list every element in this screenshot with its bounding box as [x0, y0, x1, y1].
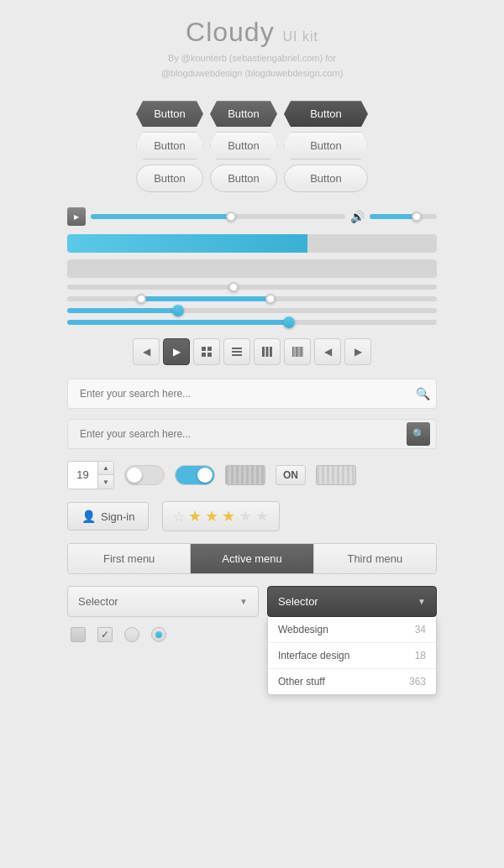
dropdown-count-1: 34 — [415, 624, 426, 635]
toggle-knob-1 — [127, 468, 142, 483]
signin-button[interactable]: 👤 Sign-in — [67, 502, 149, 531]
button-dark-2[interactable]: Button — [210, 101, 277, 127]
prev-track-button[interactable]: ◀ — [314, 338, 341, 365]
dropdown-item-label-3: Other stuff — [278, 676, 325, 688]
button-dark-3[interactable]: Button — [284, 101, 368, 127]
signin-label: Sign-in — [101, 510, 134, 523]
button-dark-1[interactable]: Button — [136, 101, 203, 127]
slider-blue-right[interactable] — [67, 320, 437, 325]
slider-center[interactable] — [67, 285, 437, 290]
dropdown-item-1[interactable]: Webdesign 34 — [268, 617, 436, 643]
dropdown-menu: Webdesign 34 Interface design 18 Other s… — [267, 617, 437, 695]
button-rounded-1[interactable]: Button — [136, 165, 203, 192]
radio-unselected[interactable] — [124, 627, 139, 642]
icon-toolbar: ◀ ▶ ◀ ▶ — [133, 338, 371, 365]
button-light-3[interactable]: Button — [284, 132, 368, 159]
search-box-2: 🔍 — [67, 419, 437, 449]
checkbox-unchecked[interactable] — [71, 627, 86, 642]
star-0[interactable]: ☆ — [173, 509, 185, 525]
selector-dark[interactable]: Selector ▼ — [267, 586, 437, 617]
svg-rect-7 — [262, 347, 265, 357]
number-stepper: 19 ▲ ▼ — [67, 461, 114, 489]
dropdown-item-3[interactable]: Other stuff 363 — [268, 669, 436, 694]
search-input-1[interactable] — [67, 379, 437, 409]
toggle-on[interactable] — [175, 465, 215, 485]
svg-rect-2 — [202, 353, 206, 357]
search-button-2[interactable]: 🔍 — [407, 422, 430, 446]
toggle-knob-2 — [197, 468, 213, 483]
button-rounded-3[interactable]: Button — [284, 165, 368, 192]
button-row-1: Button Button Button — [136, 101, 368, 127]
credit-text: By @kounterb (sebastiengabriel.com) for … — [161, 51, 344, 81]
radio-selected[interactable] — [151, 627, 166, 642]
star-5[interactable]: ★ — [255, 507, 269, 526]
svg-rect-12 — [297, 347, 298, 357]
play-button[interactable]: ▶ — [163, 338, 190, 365]
list-button[interactable] — [223, 338, 250, 365]
user-icon: 👤 — [81, 510, 96, 523]
columns-button[interactable] — [254, 338, 281, 365]
credit-line2: @blogduwebdesign (blogduwebdesign.com) — [161, 68, 344, 78]
credit-line1: By @kounterb (sebastiengabriel.com) for — [168, 53, 336, 63]
svg-rect-5 — [232, 351, 242, 353]
tab-first-menu[interactable]: First menu — [68, 544, 191, 573]
svg-rect-13 — [299, 347, 300, 357]
striped-button[interactable] — [316, 465, 356, 485]
prev-button[interactable]: ◀ — [133, 338, 160, 365]
slider-2[interactable] — [370, 214, 437, 219]
stepper-value: 19 — [68, 462, 98, 489]
stepper-buttons: ▲ ▼ — [98, 462, 113, 489]
search-input-2[interactable] — [67, 419, 437, 449]
svg-rect-14 — [301, 347, 302, 357]
slider-1[interactable] — [91, 214, 345, 219]
button-row-2: Button Button Button — [136, 132, 368, 159]
svg-rect-4 — [232, 348, 242, 349]
title-text: Cloudy — [186, 17, 275, 47]
star-3[interactable]: ★ — [222, 507, 235, 526]
controls-row: 19 ▲ ▼ ON — [67, 461, 437, 489]
stepper-up[interactable]: ▲ — [98, 462, 113, 475]
grid-4-button[interactable] — [193, 338, 220, 365]
button-row-3: Button Button Button — [136, 165, 368, 192]
on-button[interactable]: ON — [276, 465, 306, 485]
button-light-1[interactable]: Button — [136, 132, 203, 159]
barcode-button[interactable] — [284, 338, 311, 365]
star-1[interactable]: ★ — [188, 507, 202, 526]
dropdown-count-3: 363 — [409, 676, 426, 688]
button-light-2[interactable]: Button — [210, 132, 277, 159]
dropdown-item-label-2: Interface design — [278, 650, 349, 661]
button-rounded-2[interactable]: Button — [210, 165, 277, 192]
stepper-down[interactable]: ▼ — [98, 475, 113, 489]
svg-rect-1 — [207, 347, 212, 351]
next-track-button[interactable]: ▶ — [344, 338, 371, 365]
selector-light[interactable]: Selector ▼ — [67, 586, 259, 617]
selector-light-arrow: ▼ — [239, 597, 248, 606]
slider-blue-left[interactable] — [67, 308, 437, 313]
signin-stars-row: 👤 Sign-in ☆ ★ ★ ★ ★ ★ — [67, 501, 437, 531]
progress-bar-gray — [67, 259, 437, 278]
subtitle-text: UI kit — [283, 29, 318, 44]
svg-rect-6 — [232, 354, 242, 356]
striped-toggle[interactable] — [225, 465, 265, 485]
star-rating[interactable]: ☆ ★ ★ ★ ★ ★ — [162, 501, 280, 531]
tab-active-menu[interactable]: Active menu — [191, 544, 313, 573]
tab-third-menu[interactable]: Third menu — [314, 544, 436, 573]
star-4[interactable]: ★ — [239, 507, 252, 526]
svg-rect-3 — [207, 353, 212, 357]
selector-dark-arrow: ▼ — [417, 597, 426, 606]
slider-range[interactable] — [67, 296, 437, 301]
play-button-small[interactable]: ▶ — [67, 207, 86, 226]
selector-dark-label: Selector — [278, 595, 318, 608]
dropdown-count-2: 18 — [415, 650, 426, 661]
checkbox-checked[interactable] — [97, 627, 113, 642]
progress-bar-blue[interactable] — [67, 234, 437, 253]
toggle-off[interactable] — [124, 465, 165, 485]
media-control-row: ▶ 🔊 — [67, 207, 437, 226]
star-2[interactable]: ★ — [205, 507, 218, 526]
dropdown-item-2[interactable]: Interface design 18 — [268, 643, 436, 669]
sliders-section: ▶ 🔊 — [67, 207, 437, 325]
search-button-1[interactable]: 🔍 — [416, 387, 430, 400]
svg-rect-10 — [292, 347, 294, 357]
search-box-1: 🔍 — [67, 379, 437, 409]
selector-row: Selector ▼ Selector ▼ Webdesign 34 Inter… — [67, 586, 437, 617]
